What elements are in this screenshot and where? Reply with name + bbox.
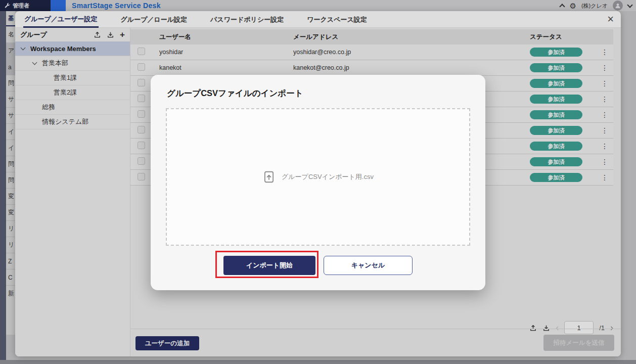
file-dropzone[interactable]: グループCSVインポート用.csv (166, 108, 470, 246)
cancel-button[interactable]: キャンセル (324, 256, 413, 275)
dialog-title: グループCSVファイルのインポート (167, 88, 485, 99)
import-start-button[interactable]: インポート開始 (223, 256, 315, 275)
csv-import-dialog: グループCSVファイルのインポート グループCSVインポート用.csv インポー… (151, 75, 485, 290)
file-upload-icon (262, 170, 276, 184)
selected-file-name: グループCSVインポート用.csv (282, 172, 374, 181)
screen: 管理者 SmartStage Service Desk ⚙ (株)クレオ 基 名… (0, 0, 636, 364)
